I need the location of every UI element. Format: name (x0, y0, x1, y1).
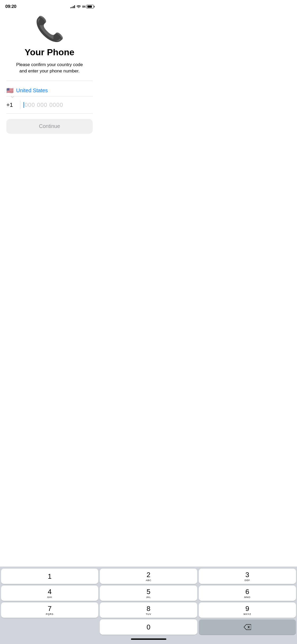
battery-text: 84 (82, 5, 86, 8)
country-flag-icon: 🇺🇸 (6, 87, 13, 94)
battery-indicator: 84 (82, 5, 94, 8)
country-selector[interactable]: 🇺🇸 United States (6, 85, 93, 96)
input-bottom-divider (6, 113, 93, 114)
phone-emoji-icon: 📞 (35, 16, 64, 42)
status-icons: 84 (70, 5, 94, 9)
top-divider (6, 81, 93, 81)
status-time: 09:20 (5, 4, 16, 9)
page-title: Your Phone (25, 47, 74, 57)
phone-icon-container: 📞 (35, 17, 64, 41)
phone-input-row: +1 000 000 0000 (6, 96, 93, 113)
phone-vertical-divider (20, 101, 20, 109)
signal-bars-icon (70, 5, 75, 8)
page-subtitle: Please confirm your country codeand ente… (16, 62, 83, 74)
continue-button[interactable]: Continue (6, 119, 93, 134)
battery-icon (86, 5, 94, 8)
country-name: United States (16, 88, 48, 94)
wifi-icon (77, 5, 81, 9)
text-cursor (23, 102, 24, 108)
status-bar: 09:20 84 (0, 0, 99, 12)
main-content: 📞 Your Phone Please confirm your country… (0, 12, 99, 134)
phone-placeholder[interactable]: 000 000 0000 (25, 102, 63, 108)
chevron-down-icon (11, 96, 14, 98)
country-code: +1 (6, 102, 17, 108)
divider-chevron (6, 96, 93, 96)
